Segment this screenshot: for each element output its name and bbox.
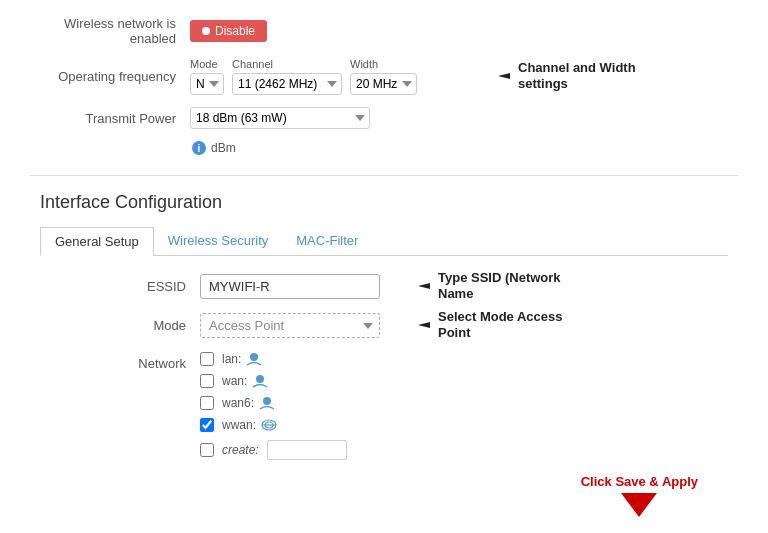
wan-icon	[251, 374, 269, 388]
network-row: Network lan:	[40, 352, 728, 460]
dbm-row: i dBm	[192, 141, 738, 155]
network-item-wwan: wwan:	[200, 418, 347, 432]
svg-point-0	[250, 353, 258, 361]
channel-select[interactable]: 11 (2462 MHz)	[232, 73, 342, 95]
create-network-input[interactable]	[267, 440, 347, 460]
network-checkbox-wan[interactable]	[200, 374, 214, 388]
channel-width-annotation: Channel and Width settings	[460, 60, 648, 94]
wan6-icon	[258, 396, 276, 410]
mode-col-label: Mode	[190, 58, 224, 70]
width-select[interactable]: 20 MHz	[350, 73, 417, 95]
disable-button[interactable]: Disable	[190, 20, 267, 42]
network-checkbox-wwan[interactable]	[200, 418, 214, 432]
width-group: Width 20 MHz	[350, 58, 417, 95]
status-dot	[202, 27, 210, 35]
essid-annotation-text: Type SSID (Network Name	[438, 270, 568, 304]
frequency-controls: Mode N Channel 11 (2462 MHz) Width 20 MH…	[190, 58, 417, 95]
tab-general-setup[interactable]: General Setup	[40, 227, 154, 256]
mode-dropdown[interactable]: Access Point	[200, 313, 380, 338]
network-options: lan: wan:	[200, 352, 347, 460]
create-label-text: create:	[222, 443, 259, 457]
mode-select[interactable]: N	[190, 73, 224, 95]
mode-group: Mode N	[190, 58, 224, 95]
dbm-text: dBm	[211, 141, 236, 155]
essid-input[interactable]	[200, 274, 380, 299]
essid-arrow-icon	[380, 284, 430, 290]
channel-group: Channel 11 (2462 MHz)	[232, 58, 342, 95]
operating-frequency-label: Operating frequency	[30, 69, 190, 84]
tabs-bar: General Setup Wireless Security MAC-Filt…	[40, 227, 728, 256]
mode-field-label: Mode	[40, 318, 200, 333]
svg-point-1	[256, 375, 264, 383]
mode-row: Mode Access Point Select Mode Access Poi…	[40, 313, 728, 338]
save-apply-section: Click Save & Apply	[581, 474, 698, 517]
transmit-power-label: Transmit Power	[30, 111, 190, 126]
network-label: Network	[40, 352, 200, 371]
network-checkbox-lan[interactable]	[200, 352, 214, 366]
network-item-create: create:	[200, 440, 347, 460]
network-item-lan: lan:	[200, 352, 347, 366]
network-item-create-label: create:	[222, 443, 259, 457]
mode-annotation-text: Select Mode Access Point	[438, 309, 568, 343]
mode-select-wrap: Access Point	[200, 313, 380, 338]
tab-wireless-security[interactable]: Wireless Security	[154, 227, 282, 256]
essid-row: ESSID Type SSID (Network Name	[40, 274, 728, 299]
section-divider	[30, 175, 738, 176]
down-arrow-icon	[621, 493, 657, 517]
save-apply-text: Click Save & Apply	[581, 474, 698, 489]
network-item-wan6: wan6:	[200, 396, 347, 410]
svg-point-2	[263, 397, 271, 405]
network-checkbox-create[interactable]	[200, 443, 214, 457]
tab-mac-filter[interactable]: MAC-Filter	[282, 227, 372, 256]
mode-arrow-icon	[380, 323, 430, 329]
network-item-wwan-label: wwan:	[222, 418, 278, 432]
wireless-status-label: Wireless network is enabled	[30, 16, 190, 46]
mode-annotation: Select Mode Access Point	[380, 309, 568, 343]
network-checkbox-wan6[interactable]	[200, 396, 214, 410]
disable-button-label: Disable	[215, 24, 255, 38]
wwan-icon	[260, 418, 278, 432]
network-item-wan6-label: wan6:	[222, 396, 276, 410]
width-col-label: Width	[350, 58, 417, 70]
interface-config-section: Interface Configuration General Setup Wi…	[30, 192, 738, 460]
section-title: Interface Configuration	[40, 192, 728, 213]
channel-col-label: Channel	[232, 58, 342, 70]
essid-annotation: Type SSID (Network Name	[380, 270, 568, 304]
network-item-wan-label: wan:	[222, 374, 269, 388]
save-apply-container: Click Save & Apply	[30, 474, 738, 533]
arrow-left-icon	[460, 74, 510, 80]
lan-icon	[245, 352, 263, 366]
network-item-wan: wan:	[200, 374, 347, 388]
transmit-power-select[interactable]: 18 dBm (63 mW)	[190, 107, 370, 129]
info-icon: i	[192, 141, 206, 155]
annotation-text: Channel and Width settings	[518, 60, 648, 94]
essid-label: ESSID	[40, 279, 200, 294]
network-item-lan-label: lan:	[222, 352, 263, 366]
